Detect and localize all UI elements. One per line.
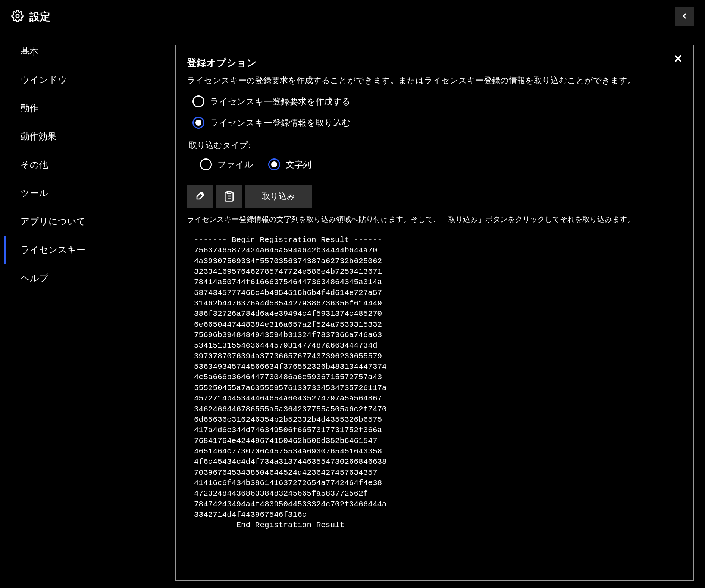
gear-icon — [11, 10, 24, 24]
import-type-label: 取り込むタイプ: — [189, 140, 682, 151]
registration-textarea[interactable]: ------- Begin Registration Result ------… — [187, 230, 682, 554]
sidebar-item-label: 動作効果 — [21, 131, 56, 141]
radio-label: ライセンスキー登録要求を作成する — [210, 96, 351, 107]
main: 登録オプション ライセンスキーの登録要求を作成することができます。またはライセン… — [160, 34, 705, 588]
back-button[interactable] — [675, 7, 694, 26]
sidebar-item-other[interactable]: その他 — [4, 151, 160, 179]
sidebar-item-behavior[interactable]: 動作 — [4, 94, 160, 122]
sidebar-item-label: その他 — [21, 160, 48, 170]
layout: 基本 ウインドウ 動作 動作効果 その他 ツール アプリについて ライセンスキー… — [0, 34, 705, 588]
panel-title: 登録オプション — [187, 56, 682, 69]
header: 設定 — [0, 0, 705, 34]
import-toolbar: 取り込み — [187, 185, 682, 208]
chevron-left-icon — [680, 12, 689, 22]
sidebar-item-basic[interactable]: 基本 — [4, 37, 160, 66]
sidebar-item-effects[interactable]: 動作効果 — [4, 122, 160, 151]
sidebar-item-label: ツール — [21, 188, 48, 198]
page-title: 設定 — [29, 10, 50, 24]
sidebar-item-label: アプリについて — [21, 216, 86, 226]
sidebar-item-window[interactable]: ウインドウ — [4, 66, 160, 94]
clipboard-icon — [223, 190, 235, 203]
radio-label: ファイル — [217, 159, 253, 170]
radio-icon — [192, 95, 204, 107]
sidebar-item-label: ウインドウ — [21, 75, 67, 85]
close-icon — [672, 58, 684, 66]
sidebar-item-label: ライセンスキー — [21, 245, 85, 255]
import-button-label: 取り込み — [262, 191, 295, 202]
svg-point-0 — [16, 14, 19, 18]
import-hint: ライセンスキー登録情報の文字列を取り込み領域へ貼り付けます。そして、「取り込み」… — [187, 214, 682, 224]
panel-description: ライセンスキーの登録要求を作成することができます。またはライセンスキー登録の情報… — [187, 75, 682, 86]
sidebar-item-label: 動作 — [21, 103, 38, 113]
sidebar: 基本 ウインドウ 動作 動作効果 その他 ツール アプリについて ライセンスキー… — [4, 34, 160, 588]
close-button[interactable] — [672, 53, 684, 66]
import-button[interactable]: 取り込み — [245, 185, 312, 208]
svg-rect-3 — [227, 191, 231, 193]
radio-label: 文字列 — [286, 159, 311, 170]
sidebar-item-label: 基本 — [21, 46, 38, 56]
eraser-icon — [194, 190, 206, 203]
radio-import-string[interactable]: 文字列 — [268, 158, 311, 170]
sidebar-item-tools[interactable]: ツール — [4, 179, 160, 207]
sidebar-item-about[interactable]: アプリについて — [4, 207, 160, 236]
sidebar-item-help[interactable]: ヘルプ — [4, 264, 160, 292]
registration-panel: 登録オプション ライセンスキーの登録要求を作成することができます。またはライセン… — [175, 45, 694, 581]
radio-icon — [200, 158, 212, 170]
paste-button[interactable] — [216, 185, 242, 208]
sidebar-item-license[interactable]: ライセンスキー — [4, 236, 160, 264]
registration-option-group: ライセンスキー登録要求を作成する ライセンスキー登録情報を取り込む — [192, 95, 682, 129]
import-type-group: ファイル 文字列 — [200, 158, 682, 170]
radio-icon — [192, 117, 204, 129]
header-left: 設定 — [11, 10, 50, 24]
clear-button[interactable] — [187, 185, 213, 208]
radio-icon — [268, 158, 280, 170]
radio-import-info[interactable]: ライセンスキー登録情報を取り込む — [192, 117, 682, 129]
radio-label: ライセンスキー登録情報を取り込む — [210, 117, 351, 129]
registration-text: ------- Begin Registration Result ------… — [194, 235, 675, 531]
radio-create-request[interactable]: ライセンスキー登録要求を作成する — [192, 95, 682, 107]
radio-import-file[interactable]: ファイル — [200, 158, 253, 170]
sidebar-item-label: ヘルプ — [21, 273, 48, 283]
